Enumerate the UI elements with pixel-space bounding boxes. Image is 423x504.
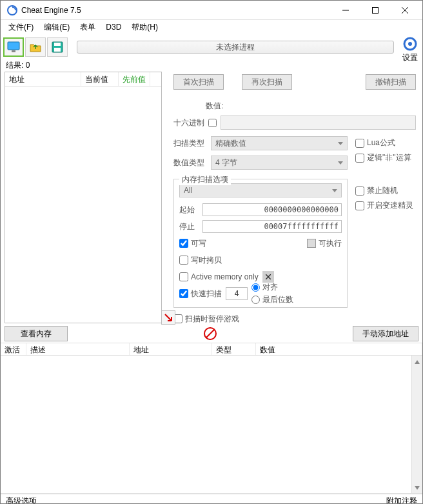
results-headers: 地址 当前值 先前值 [5, 72, 161, 86]
value-type-combo[interactable]: 4 字节 [211, 156, 348, 170]
chevron-down-icon [338, 161, 343, 165]
title-text: Cheat Engine 7.5 [21, 6, 331, 15]
hex-checkbox[interactable] [208, 119, 217, 127]
comment-link[interactable]: 附加注释 [386, 496, 417, 504]
add-address-manually-button[interactable]: 手动添加地址 [353, 326, 418, 341]
active-mem-check[interactable]: Active memory only [179, 272, 259, 281]
menu-file[interactable]: 文件(F) [5, 21, 37, 34]
hex-label: 十六进制 [173, 117, 204, 128]
value-type-label: 数值类型 [173, 157, 207, 168]
mem-options-title: 内存扫描选项 [179, 174, 231, 185]
undo-scan-button[interactable]: 撤销扫描 [366, 74, 416, 90]
app-icon [7, 5, 17, 15]
executable-check[interactable]: 可执行 [307, 238, 342, 249]
stop-label: 停止 [179, 221, 199, 232]
minimize-button[interactable] [331, 1, 360, 20]
memory-scan-options: 内存扫描选项 All 起始 停止 可写 可执行 写时拷 [173, 179, 348, 308]
header-activate[interactable]: 激活 [1, 343, 26, 355]
writable-check[interactable]: 可写 [179, 238, 206, 249]
open-process-button[interactable] [3, 37, 24, 57]
statusbar: 高级选项 附加注释 [1, 494, 422, 504]
menu-d3d[interactable]: D3D [102, 21, 125, 33]
logic-not-check[interactable]: 逻辑"非"运算 [355, 152, 416, 163]
lua-formula-check[interactable]: Lua公式 [355, 137, 416, 148]
svg-point-11 [408, 42, 412, 46]
no-random-check[interactable]: 禁止随机 [355, 185, 416, 196]
svg-rect-2 [373, 7, 379, 13]
stop-address-input[interactable] [202, 220, 342, 233]
mem-region-combo[interactable]: All [179, 183, 342, 197]
scan-type-label: 扫描类型 [173, 138, 207, 149]
results-list[interactable] [5, 86, 161, 323]
process-status-bar[interactable]: 未选择进程 [77, 41, 394, 54]
mid-actions-row: 查看内存 手动添加地址 [1, 325, 422, 343]
floppy-icon [52, 41, 63, 53]
menu-help[interactable]: 帮助(H) [128, 21, 162, 34]
settings-label: 设置 [402, 52, 418, 63]
scan-panel: 首次扫描 再次扫描 撤销扫描 数值: 十六进制 扫描类型 精确数值 数值类型 4… [162, 70, 422, 325]
start-label: 起始 [179, 205, 199, 216]
header-current[interactable]: 当前值 [81, 72, 119, 86]
toolbar: 未选择进程 设置 [1, 34, 422, 60]
save-button[interactable] [47, 37, 68, 57]
next-scan-button[interactable]: 再次扫描 [242, 74, 292, 90]
svg-marker-17 [415, 486, 420, 490]
menu-edit[interactable]: 编辑(E) [40, 21, 74, 34]
fast-scan-check[interactable]: 快速扫描 [179, 288, 222, 299]
add-to-list-arrow-button[interactable] [161, 310, 175, 325]
menubar: 文件(F) 编辑(E) 表单 D3D 帮助(H) [1, 20, 422, 34]
address-list-headers: 激活 描述 地址 类型 数值 [1, 343, 422, 356]
titlebar: Cheat Engine 7.5 [1, 1, 422, 20]
scroll-down-icon[interactable] [413, 481, 421, 493]
value-label: 数值: [206, 101, 223, 112]
svg-rect-6 [12, 50, 15, 52]
menu-table[interactable]: 表单 [76, 21, 99, 34]
first-scan-button[interactable]: 首次扫描 [173, 74, 224, 90]
start-address-input[interactable] [202, 203, 342, 216]
svg-line-15 [206, 330, 215, 338]
advanced-options-link[interactable]: 高级选项 [6, 496, 37, 504]
monitor-icon [7, 41, 20, 53]
folder-open-icon [29, 41, 42, 53]
svg-marker-16 [415, 360, 420, 364]
open-file-button[interactable] [25, 37, 46, 57]
scrollbar[interactable] [411, 356, 422, 493]
results-count-label: 结果: 0 [1, 60, 422, 70]
close-button[interactable] [390, 1, 420, 20]
settings-button[interactable]: 设置 [402, 35, 418, 63]
copy-on-write-check[interactable]: 写时拷贝 [179, 255, 222, 266]
last-digits-radio[interactable]: 最后位数 [251, 294, 293, 305]
value-input[interactable] [221, 116, 416, 130]
header-type[interactable]: 类型 [212, 343, 256, 355]
chevron-down-icon [338, 142, 343, 145]
header-previous[interactable]: 先前值 [119, 72, 150, 86]
header-value[interactable]: 数值 [256, 343, 422, 355]
fast-scan-value-input[interactable] [226, 287, 248, 300]
view-memory-button[interactable]: 查看内存 [5, 326, 68, 341]
svg-rect-5 [8, 42, 19, 50]
gear-icon [402, 35, 418, 52]
scroll-up-icon[interactable] [413, 356, 421, 367]
scan-type-combo[interactable]: 精确数值 [211, 136, 348, 150]
maximize-button[interactable] [360, 1, 390, 20]
pause-on-scan-check[interactable]: 扫描时暂停游戏 [173, 314, 239, 325]
header-address[interactable]: 地址 [5, 72, 81, 86]
svg-rect-9 [54, 48, 61, 52]
header-addr[interactable]: 地址 [130, 343, 212, 355]
align-radio[interactable]: 对齐 [251, 282, 293, 293]
header-description[interactable]: 描述 [26, 343, 130, 355]
svg-rect-8 [54, 43, 61, 46]
arrow-down-right-icon [164, 313, 173, 322]
speedhack-check[interactable]: 开启变速精灵 [355, 200, 416, 211]
main-area: 地址 当前值 先前值 首次扫描 再次扫描 撤销扫描 数值: 十六进制 扫描类型 … [1, 70, 422, 325]
chevron-down-icon [332, 189, 337, 192]
no-icon[interactable] [201, 327, 219, 341]
found-results-panel: 地址 当前值 先前值 [5, 72, 162, 323]
address-list[interactable] [1, 356, 422, 494]
close-icon[interactable] [262, 271, 274, 283]
